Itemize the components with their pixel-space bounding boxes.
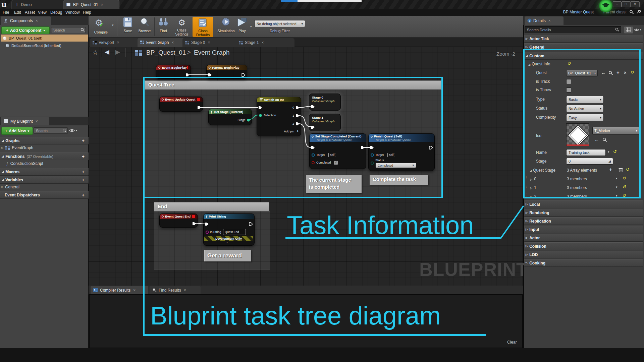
section-actor[interactable]: ▷Actor (524, 234, 643, 242)
close-icon[interactable]: × (101, 2, 103, 7)
add-component-button[interactable]: +Add Component▾ (1, 26, 50, 34)
restore-button[interactable]: □ (622, 1, 630, 7)
play-options-chevron-icon[interactable]: ▾ (250, 25, 252, 28)
compile-button[interactable]: ⚙✓ Compile (90, 17, 112, 37)
comment-end-header[interactable]: End (154, 202, 269, 211)
tab-stage-0[interactable]: Stage 0× (182, 38, 241, 47)
details-tab[interactable]: i Details × (525, 16, 564, 25)
add-graph-icon[interactable]: + (82, 138, 85, 143)
my-blueprint-tab[interactable]: My Blueprint × (1, 117, 49, 125)
section-input[interactable]: ▷Input (524, 226, 643, 233)
breadcrumb-root[interactable]: BP_Quest_01 (146, 49, 186, 56)
compile-gear-icon: ⚙✓ (90, 17, 112, 30)
in-string-field[interactable]: Quest End (223, 229, 246, 235)
exec-out-pin[interactable] (185, 73, 190, 77)
browse-button[interactable]: Browse (136, 17, 154, 37)
property-matrix-button[interactable] (624, 26, 633, 34)
component-row-scene-root[interactable]: DefaultSceneRoot (Inherited) (1, 42, 88, 49)
item-eventgraph[interactable]: ▷EventGraph (0, 144, 89, 151)
close-icon[interactable]: × (133, 288, 136, 293)
section-actor-tick[interactable]: ▷Actor Tick (524, 35, 643, 43)
collapsed-icon[interactable]: ▷ (1, 146, 3, 149)
parent-class-link[interactable]: BP Master Quest (563, 10, 594, 14)
nav-back-icon[interactable]: ◀ (105, 48, 109, 56)
close-icon[interactable]: × (261, 40, 264, 45)
section-functions[interactable]: ◢Functions(37 Overridable)+ (0, 153, 89, 160)
favorite-star-icon[interactable]: ☆ (93, 49, 98, 56)
close-icon[interactable]: × (36, 18, 38, 23)
section-replication[interactable]: ▷Replication (524, 217, 643, 225)
menu-debug[interactable]: Debug (50, 9, 62, 16)
node-title: Parent: BeginPlay (212, 66, 239, 69)
find-button[interactable]: Find (156, 17, 171, 37)
section-graphs[interactable]: ◢Graphs+ (0, 137, 89, 144)
section-cooking[interactable]: ▷Cooking (524, 259, 643, 267)
tab-l-demo[interactable]: L_Demo (11, 0, 68, 9)
display-filter-button[interactable]: ▾ (634, 26, 643, 33)
exec-out-pin[interactable] (192, 222, 196, 226)
item-construction-script[interactable]: ƒConstructionScript (0, 160, 89, 167)
menu-file[interactable]: File (3, 9, 9, 16)
class-defaults-button[interactable]: Class Defaults (193, 17, 213, 37)
debug-object-dropdown[interactable]: No debug object selected▾ (254, 20, 305, 27)
components-tab[interactable]: Components × (1, 16, 51, 25)
nav-forward-icon[interactable]: ▶ (115, 48, 120, 56)
section-rendering[interactable]: ▷Rendering (524, 209, 643, 217)
visibility-filter-button[interactable]: ▾ (69, 127, 80, 134)
add-dispatcher-icon[interactable]: + (82, 192, 85, 198)
menu-asset[interactable]: Asset (25, 9, 35, 16)
comment-get-reward[interactable]: Get a reward (204, 250, 251, 261)
collapsed-icon[interactable]: ▷ (1, 185, 3, 188)
collapsed-icon: ▷ (526, 220, 528, 223)
close-icon[interactable]: × (548, 18, 551, 23)
tab-viewport[interactable]: Viewport× (90, 38, 142, 47)
exec-in-pin[interactable] (205, 222, 209, 226)
clear-button[interactable]: Clear (507, 340, 517, 345)
exec-out-pin[interactable] (249, 222, 253, 226)
add-new-button[interactable]: +Add New▾ (1, 127, 33, 135)
tab-event-graph[interactable]: Event Graph× (138, 38, 187, 47)
item-general-category[interactable]: ▷General (0, 184, 89, 190)
close-icon[interactable]: × (208, 40, 210, 45)
section-variables[interactable]: ◢Variables+ (0, 176, 89, 184)
wrench-icon[interactable] (636, 10, 641, 14)
menu-edit[interactable]: Edit (14, 9, 21, 16)
tutorial-icon[interactable] (599, 0, 612, 12)
add-macro-icon[interactable]: + (82, 169, 85, 175)
unreal-logo-icon: u (1, 0, 10, 9)
save-button[interactable]: Save (119, 17, 136, 37)
play-button[interactable]: Play (235, 17, 250, 37)
tab-stage-1[interactable]: Stage 1× (236, 38, 294, 47)
component-row-self[interactable]: BP_Quest_01 (self) (1, 35, 88, 42)
class-settings-button[interactable]: ⚙ Class Settings (172, 17, 192, 37)
close-icon[interactable]: × (117, 40, 119, 45)
compiler-results-tab[interactable]: Compiler Results × (91, 286, 148, 294)
menu-view[interactable]: View (38, 9, 47, 16)
exec-in-pin[interactable] (208, 73, 212, 77)
section-local[interactable]: ▷Local (524, 200, 643, 208)
menu-window[interactable]: Window (65, 9, 80, 16)
minimize-button[interactable]: – (613, 1, 622, 7)
simulation-button[interactable]: Simulation (217, 17, 235, 37)
exec-out-pin[interactable] (241, 73, 246, 77)
node-print-string[interactable]: ƒPrint String In String Quest End Develo… (203, 214, 255, 246)
section-event-dispatchers[interactable]: Event Dispatchers+ (0, 191, 89, 199)
search-parent-icon[interactable] (629, 10, 634, 14)
tab-bp-quest-01[interactable]: BP_Quest_01 × (63, 0, 119, 9)
compile-options-chevron-icon[interactable]: ▾ (112, 23, 114, 27)
section-collision[interactable]: ▷Collision (524, 242, 643, 250)
find-results-tab[interactable]: Find Results × (150, 286, 201, 294)
window-close-button[interactable]: × (630, 1, 640, 7)
collapse-chevron-icon[interactable]: ▾ (226, 241, 228, 244)
add-function-icon[interactable]: + (82, 154, 85, 159)
node-event-quest-end[interactable]: ◇Event Quest End (159, 214, 198, 228)
in-string-pin[interactable] (205, 230, 209, 234)
add-variable-icon[interactable]: + (82, 177, 85, 183)
menu-help[interactable]: Help (83, 9, 91, 16)
section-macros[interactable]: ◢Macros+ (0, 168, 89, 176)
section-lod[interactable]: ▷LOD (524, 251, 643, 258)
details-search-input[interactable] (525, 26, 621, 33)
close-icon[interactable]: × (36, 119, 38, 124)
close-icon[interactable]: × (171, 40, 174, 45)
close-icon[interactable]: × (184, 288, 186, 293)
